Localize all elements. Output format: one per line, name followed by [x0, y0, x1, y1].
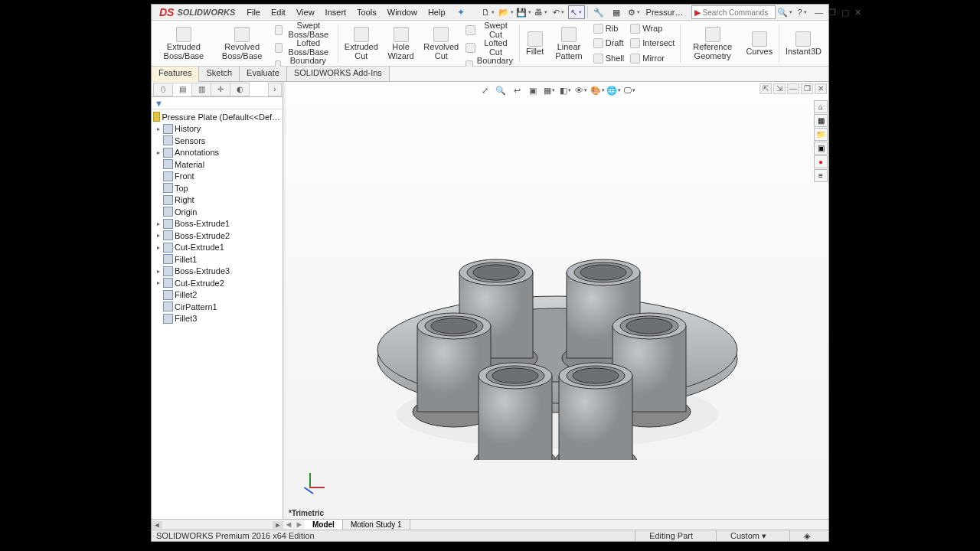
tab-evaluate[interactable]: Evaluate [240, 67, 287, 81]
view-orient-icon[interactable]: ▦ [541, 83, 557, 97]
maximize-icon[interactable]: ▢ [839, 8, 851, 18]
save-button[interactable]: 💾 [515, 5, 532, 19]
tree-item[interactable]: Fillet2 [152, 289, 283, 302]
menu-file[interactable]: File [241, 6, 266, 18]
tab-features[interactable]: Features [152, 67, 199, 82]
taskpane-appearances-icon[interactable]: ● [814, 155, 828, 168]
tree-item[interactable]: ▸History [152, 123, 283, 135]
orientation-triad[interactable] [299, 471, 322, 494]
scroll-right-icon[interactable]: ► [273, 521, 283, 529]
taskpane-view-icon[interactable]: ▣ [814, 142, 828, 155]
scroll-left-icon[interactable]: ◄ [152, 521, 162, 529]
menu-help[interactable]: Help [423, 6, 451, 18]
expand-icon[interactable]: ▸ [155, 220, 162, 227]
tree-item[interactable]: Material [152, 158, 283, 171]
status-units[interactable]: Custom ▾ [716, 530, 780, 541]
view-settings-icon[interactable]: 🖵 [622, 83, 637, 97]
taskpane-props-icon[interactable]: ≡ [814, 169, 828, 182]
vp-max-icon[interactable]: ❐ [801, 83, 813, 94]
prev-view-icon[interactable]: ↩ [509, 83, 524, 97]
restore-icon[interactable]: ❐ [826, 8, 838, 18]
fm-tab-config-icon[interactable]: ▥ [191, 83, 211, 96]
fm-filter-row[interactable]: ▼ [152, 97, 283, 109]
shell-button[interactable]: Shell [590, 54, 627, 64]
mirror-button[interactable]: Mirror [627, 54, 678, 64]
intersect-button[interactable]: Intersect [627, 38, 678, 48]
vp-popout-icon[interactable]: ⇱ [760, 83, 772, 94]
extruded-boss-button[interactable]: Extruded Boss/Base [155, 21, 213, 66]
expand-icon[interactable]: ▸ [155, 149, 162, 156]
menu-insert[interactable]: Insert [320, 6, 352, 18]
tree-item[interactable]: ▸Boss-Extrude3 [152, 266, 283, 278]
revolved-cut-button[interactable]: Revolved Cut [420, 21, 462, 66]
fm-tab-property-icon[interactable]: ▤ [172, 83, 192, 96]
expand-icon[interactable]: ▸ [155, 126, 162, 132]
menu-view[interactable]: View [291, 6, 320, 18]
vp-close-icon[interactable]: ✕ [815, 83, 827, 94]
hole-wizard-button[interactable]: Hole Wizard [382, 21, 420, 66]
menu-edit[interactable]: Edit [266, 6, 291, 18]
pushpin-icon[interactable]: ✦ [451, 7, 471, 18]
expand-icon[interactable]: ▸ [155, 232, 162, 239]
tree-item[interactable]: Origin [152, 206, 283, 218]
open-doc-button[interactable]: 📂 [498, 5, 514, 19]
lofted-cut-button[interactable]: Lofted Cut [462, 39, 517, 57]
instant3d-button[interactable]: Instant3D [782, 21, 825, 66]
taskpane-library-icon[interactable]: 📁 [814, 128, 828, 141]
tree-item[interactable]: Top [152, 182, 283, 194]
section-view-icon[interactable]: ▣ [525, 83, 541, 97]
linear-pattern-button[interactable]: Linear Pattern [547, 21, 590, 66]
wrap-button[interactable]: Wrap [627, 24, 678, 34]
minimize-icon[interactable]: — [813, 8, 825, 18]
reference-geometry-button[interactable]: Reference Geometry [683, 21, 742, 66]
tree-item[interactable]: Fillet1 [152, 253, 283, 266]
bottom-tab-model[interactable]: Model [305, 520, 343, 530]
taskpane-resources-icon[interactable]: ▦ [814, 114, 828, 127]
print-button[interactable]: 🖶 [533, 5, 550, 19]
zoom-fit-icon[interactable]: ⤢ [477, 83, 492, 97]
tree-item[interactable]: ▸Cut-Extrude1 [152, 242, 283, 254]
appearance-icon[interactable]: 🎨 [590, 83, 605, 97]
fillet-button[interactable]: Fillet [522, 21, 547, 66]
fm-tab-tree-icon[interactable]: ⬯ [153, 83, 173, 96]
extruded-cut-button[interactable]: Extruded Cut [341, 21, 382, 66]
tree-item[interactable]: ▸Annotations [152, 147, 283, 159]
search-commands-box[interactable]: ▶ [691, 5, 776, 19]
status-tag-icon[interactable]: ◈ [789, 530, 824, 541]
expand-icon[interactable]: ▸ [155, 279, 162, 286]
options-button[interactable]: ⚙ [626, 5, 642, 19]
tab-nav-icon[interactable]: ◄ ► [283, 520, 305, 530]
lofted-boss-button[interactable]: Lofted Boss/Base [272, 39, 336, 57]
hide-show-icon[interactable]: 👁 [573, 83, 589, 97]
tree-item[interactable]: Sensors [152, 135, 283, 147]
display-style-icon[interactable]: ◧ [557, 83, 573, 97]
expand-icon[interactable]: ▸ [155, 268, 162, 275]
doc-props-button[interactable]: ▦ [608, 5, 625, 19]
fm-tab-display-icon[interactable]: ◐ [230, 83, 250, 96]
select-button[interactable]: ↖ [568, 5, 585, 19]
fm-hscroll[interactable]: ◄ ► [152, 520, 283, 530]
tree-item[interactable]: ▸Cut-Extrude2 [152, 277, 283, 289]
scene-icon[interactable]: 🌐 [606, 83, 621, 97]
tree-item[interactable]: CirPattern1 [152, 301, 283, 313]
swept-boss-button[interactable]: Swept Boss/Base [272, 21, 336, 39]
tree-item[interactable]: Right [152, 194, 283, 207]
help-dropdown[interactable]: ? [794, 5, 811, 19]
zoom-area-icon[interactable]: 🔍 [493, 83, 508, 97]
draft-button[interactable]: Draft [590, 38, 627, 48]
revolved-boss-button[interactable]: Revolved Boss/Base [213, 21, 272, 66]
vp-dock-icon[interactable]: ⇲ [773, 83, 786, 94]
undo-button[interactable]: ↶ [550, 5, 567, 19]
rib-button[interactable]: Rib [590, 24, 627, 34]
menu-tools[interactable]: Tools [351, 6, 382, 18]
tree-item[interactable]: ▸Boss-Extrude2 [152, 230, 283, 242]
rebuild-button[interactable]: 🔧 [590, 5, 607, 19]
taskpane-home-icon[interactable]: ⌂ [814, 100, 828, 113]
menu-window[interactable]: Window [382, 6, 423, 18]
tree-item[interactable]: Front [152, 171, 283, 183]
new-doc-button[interactable]: 🗋 [480, 5, 497, 19]
graphics-viewport[interactable]: ⤢ 🔍 ↩ ▣ ▦ ◧ 👁 🎨 🌐 🖵 ⇱ ⇲ — ❐ ✕ ⌂ ▦ [286, 82, 828, 519]
tree-item[interactable]: ▸Boss-Extrude1 [152, 218, 283, 230]
tab-addins[interactable]: SOLIDWORKS Add-Ins [287, 67, 390, 81]
search-dropdown[interactable]: 🔍 [776, 5, 793, 19]
